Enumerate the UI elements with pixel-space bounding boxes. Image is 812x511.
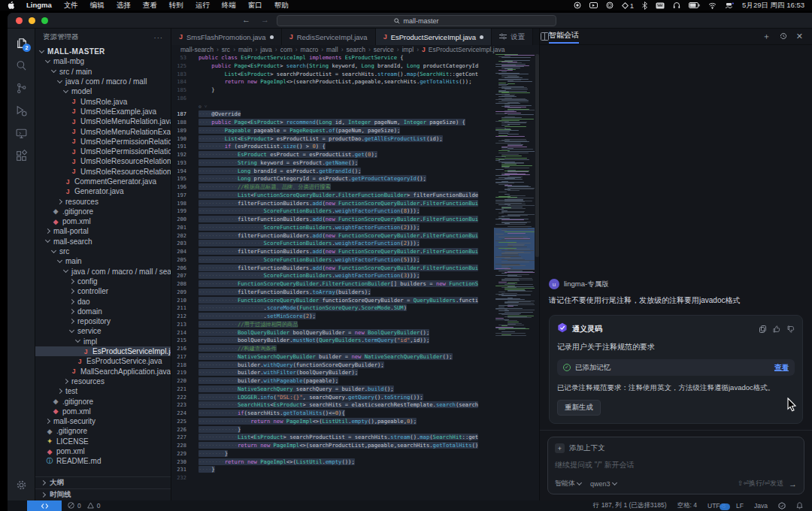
close-panel-icon[interactable]: ✕ — [796, 32, 803, 41]
breadcrumb-item[interactable]: com — [280, 46, 292, 53]
tree-file[interactable]: ◈.gitignore — [35, 396, 171, 406]
code-line[interactable]: 187····@Override — [171, 110, 492, 119]
chat-tab[interactable]: 智能会话 — [549, 30, 579, 43]
code-line[interactable]: 190········List<EsProduct> esProductList… — [171, 135, 492, 144]
code-line[interactable]: 232 — [171, 474, 492, 482]
tree-file[interactable]: JGenerator.java — [35, 186, 171, 196]
code-line[interactable]: 53public class EsProductServiceImpl impl… — [171, 54, 492, 62]
breadcrumb-item[interactable]: macro — [301, 46, 319, 53]
breadcrumb-item[interactable]: mall — [326, 46, 338, 53]
activity-remote-explorer-icon[interactable] — [10, 123, 32, 143]
tree-file[interactable]: JUmsRoleMenuRelation.java — [35, 116, 171, 126]
tree-folder[interactable]: repository — [35, 316, 171, 326]
code-line[interactable]: 208············FunctionScoreQueryBuilder… — [171, 280, 492, 289]
code-line[interactable]: 205····················ScoreFunctionBuil… — [171, 256, 492, 265]
code-line[interactable]: ⊙ ˅ — [171, 103, 492, 111]
status-segment-3[interactable]: LF — [736, 502, 744, 509]
activity-explorer-icon[interactable]: 2 — [10, 33, 32, 53]
editor-tab-2[interactable]: JEsProductServiceImpl.java — [376, 29, 492, 45]
bluetooth-icon[interactable] — [642, 2, 647, 10]
code-line[interactable]: 183 List<EsProduct> searchProductList = … — [171, 71, 492, 79]
breadcrumb-item[interactable]: impl — [402, 46, 414, 53]
code-line[interactable]: 192············EsProduct esProduct = esP… — [171, 151, 492, 159]
code-line[interactable]: 209············filterFunctionBuilders.to… — [171, 289, 492, 297]
tree-file[interactable]: JUmsRoleMenuRelationExample.java — [35, 126, 171, 136]
tree-folder[interactable]: service — [35, 326, 171, 336]
maximize-window-button[interactable] — [41, 17, 48, 24]
code-line[interactable]: 213············//用于过滤掉相同的商品 — [171, 321, 492, 329]
tree-folder[interactable]: src — [35, 246, 171, 256]
remote-indicator[interactable] — [27, 500, 62, 511]
tree-folder[interactable]: MALL-MASTER — [35, 47, 171, 56]
chat-input-placeholder[interactable]: 继续提问或 "/" 新开会话 — [555, 460, 797, 470]
code-line[interactable]: 217············NativeSearchQueryBuilder … — [171, 353, 492, 361]
notifications-bell-icon[interactable] — [796, 502, 803, 509]
minimize-window-button[interactable] — [29, 17, 35, 24]
code-line[interactable]: 212····················.setMinScore(2); — [171, 313, 492, 321]
breadcrumb-item[interactable]: service — [374, 46, 394, 53]
warnings-icon[interactable] — [87, 502, 94, 510]
explorer-more-actions-icon[interactable]: ··· — [154, 33, 164, 41]
code-line[interactable]: 219············builder.withFilter(boolQu… — [171, 369, 492, 377]
code-editor[interactable]: 53public class EsProductServiceImpl impl… — [171, 54, 492, 500]
copy-icon[interactable] — [759, 322, 766, 336]
tree-folder[interactable]: mall-portal — [35, 226, 171, 236]
lingma-status-icon[interactable] — [778, 502, 786, 509]
code-line[interactable]: 201····················ScoreFunctionBuil… — [171, 224, 492, 232]
screen-mirroring-icon[interactable] — [589, 2, 598, 9]
view-memory-link[interactable]: 查看 — [774, 363, 789, 373]
keyboard-icon[interactable] — [656, 2, 665, 9]
tree-folder[interactable]: mall-mbg — [35, 56, 171, 66]
tree-folder[interactable]: src / main — [35, 67, 171, 77]
tree-folder[interactable]: resources — [35, 196, 171, 206]
code-line[interactable]: 211····················.scoreMode(Functi… — [171, 304, 492, 313]
code-line[interactable]: 210············FunctionScoreQueryBuilder… — [171, 297, 492, 305]
tree-file[interactable]: JUmsRoleResourceRelationExample.j... — [35, 167, 171, 177]
scope-count-icon[interactable]: 1 — [622, 2, 634, 10]
tree-folder[interactable]: mall-search — [35, 237, 171, 246]
breadcrumb-item[interactable]: main — [238, 46, 252, 53]
menu-item-2[interactable]: 编辑 — [90, 1, 105, 11]
tree-file[interactable]: ◈.gitignore — [35, 207, 171, 216]
wifi-icon[interactable] — [708, 2, 717, 9]
code-line[interactable]: 223············SearchHits<EsProduct> sea… — [171, 401, 492, 410]
menu-item-4[interactable]: 查看 — [143, 1, 157, 11]
menu-item-5[interactable]: 转到 — [169, 1, 183, 11]
code-line[interactable]: 198············filterFunctionBuilders.ad… — [171, 200, 492, 208]
code-line[interactable]: 184 return new PageImpl<>(searchProductL… — [171, 78, 492, 86]
menu-item-6[interactable]: 运行 — [195, 1, 210, 11]
tree-folder[interactable]: impl — [35, 337, 171, 346]
tree-file[interactable]: ⓘREADME.md — [35, 456, 171, 466]
code-line[interactable]: 216············//构建查询条件 — [171, 345, 492, 353]
code-line[interactable]: 194············Long brandId = esProduct.… — [171, 168, 492, 176]
code-line[interactable]: 225················return new PageImpl<>… — [171, 418, 492, 426]
tree-file[interactable]: ◈.gitignore — [35, 426, 171, 436]
code-line[interactable]: 229········} — [171, 450, 492, 458]
code-line[interactable]: 206············filterFunctionBuilders.ad… — [171, 265, 492, 273]
tree-file[interactable]: JMallSearchApplication.java — [35, 367, 171, 376]
tree-folder[interactable]: model — [35, 86, 171, 96]
editor-scrollbar[interactable] — [535, 54, 539, 257]
apple-logo-icon[interactable] — [8, 2, 14, 9]
minimap[interactable] — [494, 54, 535, 338]
timeline-section[interactable]: 时间线 — [35, 488, 171, 500]
activity-search-icon[interactable] — [10, 56, 32, 75]
code-line[interactable]: 214············BoolQueryBuilder boolQuer… — [171, 329, 492, 337]
status-circle-icon[interactable] — [606, 2, 614, 9]
code-line[interactable]: 202············filterFunctionBuilders.ad… — [171, 232, 492, 240]
tree-file[interactable]: JUmsRolePermissionRelation.java — [35, 137, 171, 147]
code-line[interactable]: 189········Pageable pageable = PageReque… — [171, 127, 492, 135]
breadcrumb-item[interactable]: src — [222, 46, 230, 53]
tree-file[interactable]: JEsProductService.java — [35, 356, 171, 366]
code-line[interactable]: 222············LOGGER.info("DSL:{}", sea… — [171, 394, 492, 402]
code-line[interactable]: 197············List<FunctionScoreQueryBu… — [171, 192, 492, 200]
code-line[interactable]: 195············Long productCategoryId = … — [171, 175, 492, 183]
tree-file[interactable]: ◆pom.xml — [35, 216, 171, 226]
command-center-search[interactable]: mall-master — [277, 15, 556, 26]
code-line[interactable]: 231····} — [171, 466, 492, 474]
tree-file[interactable]: JUmsRoleResourceRelation.java — [35, 156, 171, 166]
breadcrumb-item[interactable]: mall-search — [180, 46, 214, 53]
regenerate-button[interactable]: 重新生成 — [557, 400, 601, 416]
code-line[interactable]: 226············} — [171, 426, 492, 434]
menu-item-9[interactable]: 帮助 — [274, 1, 289, 11]
